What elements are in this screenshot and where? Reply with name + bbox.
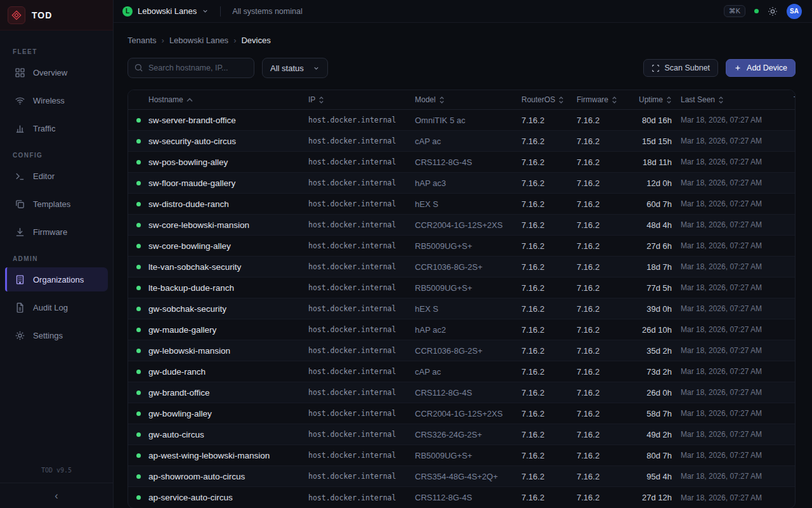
column-header-routeros[interactable]: RouterOS xyxy=(521,95,577,104)
device-firmware: 7.16.2 xyxy=(577,199,630,209)
sort-icon xyxy=(718,96,724,104)
device-firmware: 7.16.2 xyxy=(577,409,630,418)
device-routeros: 7.16.2 xyxy=(521,241,577,251)
sidebar-item-wireless[interactable]: Wireless xyxy=(5,88,108,112)
status-filter-select[interactable]: All status xyxy=(262,58,328,78)
device-firmware: 7.16.2 xyxy=(577,346,630,356)
device-status-dot xyxy=(128,265,148,269)
device-firmware: 7.16.2 xyxy=(577,283,630,293)
device-model: cAP ac xyxy=(415,137,521,146)
device-hostname: ap-west-wing-lebowski-mansion xyxy=(148,451,308,460)
table-row[interactable]: sw-server-brandt-office host.docker.inte… xyxy=(128,110,795,131)
device-table-header: Hostname IP Model RouterOS Firmware xyxy=(128,90,795,110)
app-logo[interactable]: TOD xyxy=(0,0,113,30)
scan-subnet-label: Scan Subnet xyxy=(664,64,710,72)
sidebar-item-settings[interactable]: Settings xyxy=(5,323,108,347)
table-row[interactable]: sw-floor-maude-gallery host.docker.inter… xyxy=(128,173,795,194)
table-row[interactable]: ap-showroom-auto-circus host.docker.inte… xyxy=(128,466,795,487)
table-row[interactable]: gw-lebowski-mansion host.docker.internal… xyxy=(128,340,795,361)
table-row[interactable]: gw-dude-ranch host.docker.internal cAP a… xyxy=(128,361,795,382)
toolbar: All status Scan Subnet Add Device xyxy=(128,58,796,78)
add-device-button[interactable]: Add Device xyxy=(726,59,796,77)
column-header-firmware[interactable]: Firmware xyxy=(577,95,630,104)
sidebar-collapse-button[interactable]: ‹ xyxy=(0,483,113,508)
device-model: hEX S xyxy=(415,199,521,209)
device-firmware: 7.16.2 xyxy=(577,304,630,314)
table-row[interactable]: sw-pos-bowling-alley host.docker.interna… xyxy=(128,152,795,173)
sidebar-item-overview[interactable]: Overview xyxy=(5,60,108,84)
brand-name: TOD xyxy=(32,10,52,20)
device-ip: host.docker.internal xyxy=(308,241,415,250)
table-row[interactable]: gw-maude-gallery host.docker.internal hA… xyxy=(128,319,795,340)
table-row[interactable]: sw-core-bowling-alley host.docker.intern… xyxy=(128,236,795,257)
device-hostname: sw-core-bowling-alley xyxy=(148,241,308,251)
sidebar-item-traffic[interactable]: Traffic xyxy=(5,116,108,140)
device-routeros: 7.16.2 xyxy=(521,367,577,377)
device-status-dot xyxy=(128,202,148,206)
device-firmware: 7.16.2 xyxy=(577,241,630,251)
table-row[interactable]: lte-backup-dude-ranch host.docker.intern… xyxy=(128,277,795,298)
scan-icon xyxy=(652,64,660,72)
search-input[interactable] xyxy=(128,58,254,78)
device-routeros: 7.16.2 xyxy=(521,472,577,481)
add-device-label: Add Device xyxy=(747,64,787,72)
wifi-icon xyxy=(15,95,25,106)
device-uptime: 48d 4h xyxy=(630,220,672,230)
document-icon xyxy=(15,302,25,313)
table-row[interactable]: gw-bowling-alley host.docker.internal CC… xyxy=(128,403,795,424)
theme-toggle-button[interactable] xyxy=(768,6,778,17)
device-last-seen: Mar 18, 2026, 07:27 AM xyxy=(672,451,794,460)
column-header-ip[interactable]: IP xyxy=(308,95,415,104)
scan-subnet-button[interactable]: Scan Subnet xyxy=(643,59,718,77)
device-ip: host.docker.internal xyxy=(308,325,415,334)
device-uptime: 95d 4h xyxy=(630,472,672,481)
table-row[interactable]: ap-west-wing-lebowski-mansion host.docke… xyxy=(128,445,795,466)
sidebar-item-firmware[interactable]: Firmware xyxy=(5,220,108,244)
device-firmware: 7.16.2 xyxy=(577,367,630,377)
column-header-last-seen[interactable]: Last Seen xyxy=(672,95,794,104)
device-status-dot xyxy=(128,223,148,227)
device-uptime: 80d 7h xyxy=(630,451,672,460)
topbar: L Lebowski Lanes All systems nominal ⌘K … xyxy=(114,0,812,23)
device-status-dot xyxy=(128,244,148,248)
sidebar-item-audit-log[interactable]: Audit Log xyxy=(5,295,108,319)
device-routeros: 7.16.2 xyxy=(521,304,577,314)
device-routeros: 7.16.2 xyxy=(521,325,577,335)
table-row[interactable]: sw-distro-dude-ranch host.docker.interna… xyxy=(128,194,795,215)
device-model: CCR1036-8G-2S+ xyxy=(415,262,521,272)
device-hostname: lte-van-sobchak-security xyxy=(148,262,308,272)
command-palette-shortcut[interactable]: ⌘K xyxy=(724,5,745,17)
breadcrumb: Tenants › Lebowski Lanes › Devices xyxy=(128,36,796,45)
column-header-model[interactable]: Model xyxy=(415,95,521,104)
device-status-dot xyxy=(128,181,148,185)
device-status-dot xyxy=(128,349,148,353)
chevron-left-icon: ‹ xyxy=(55,490,58,502)
user-avatar[interactable]: SA xyxy=(787,4,802,19)
table-row[interactable]: gw-sobchak-security host.docker.internal… xyxy=(128,298,795,319)
sidebar-item-templates[interactable]: Templates xyxy=(5,192,108,216)
sidebar-item-editor[interactable]: Editor xyxy=(5,164,108,188)
device-ip: host.docker.internal xyxy=(308,157,415,166)
table-row[interactable]: gw-auto-circus host.docker.internal CRS3… xyxy=(128,424,795,445)
device-last-seen: Mar 18, 2026, 07:27 AM xyxy=(672,199,794,208)
column-header-hostname[interactable]: Hostname xyxy=(148,95,308,104)
table-row[interactable]: sw-security-auto-circus host.docker.inte… xyxy=(128,131,795,152)
device-ip: host.docker.internal xyxy=(308,283,415,292)
breadcrumb-tenant-name[interactable]: Lebowski Lanes xyxy=(169,36,228,45)
device-hostname: gw-auto-circus xyxy=(148,430,308,439)
tenant-switcher[interactable]: L Lebowski Lanes xyxy=(122,6,209,17)
table-row[interactable]: gw-brandt-office host.docker.internal CR… xyxy=(128,382,795,403)
device-model: cAP ac xyxy=(415,367,521,377)
table-row[interactable]: lte-van-sobchak-security host.docker.int… xyxy=(128,257,795,277)
table-row[interactable]: sw-core-lebowski-mansion host.docker.int… xyxy=(128,215,795,236)
device-hostname: ap-showroom-auto-circus xyxy=(148,472,308,481)
device-status-dot xyxy=(128,307,148,311)
column-header-uptime[interactable]: Uptime xyxy=(630,95,672,104)
terminal-icon xyxy=(15,171,25,182)
breadcrumb-tenants[interactable]: Tenants xyxy=(128,36,157,45)
device-routeros: 7.16.2 xyxy=(521,451,577,460)
sidebar-item-organizations[interactable]: Organizations xyxy=(5,267,108,291)
device-ip: host.docker.internal xyxy=(308,451,415,460)
table-row[interactable]: ap-service-auto-circus host.docker.inter… xyxy=(128,487,795,508)
chevron-down-icon xyxy=(202,8,209,15)
